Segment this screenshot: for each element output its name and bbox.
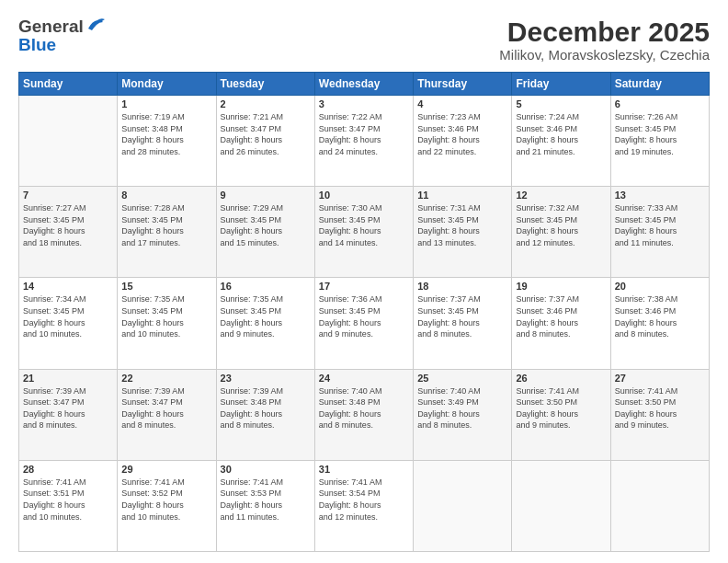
table-row: 11Sunrise: 7:31 AM Sunset: 3:45 PM Dayli… bbox=[414, 187, 512, 278]
day-info: Sunrise: 7:40 AM Sunset: 3:48 PM Dayligh… bbox=[319, 385, 409, 431]
day-info: Sunrise: 7:21 AM Sunset: 3:47 PM Dayligh… bbox=[221, 111, 311, 157]
day-number: 4 bbox=[417, 98, 507, 109]
day-number: 8 bbox=[121, 190, 211, 201]
day-number: 15 bbox=[121, 281, 211, 292]
day-number: 18 bbox=[417, 281, 507, 292]
table-row: 2Sunrise: 7:21 AM Sunset: 3:47 PM Daylig… bbox=[216, 96, 314, 187]
table-row: 10Sunrise: 7:30 AM Sunset: 3:45 PM Dayli… bbox=[314, 187, 413, 278]
day-info: Sunrise: 7:23 AM Sunset: 3:46 PM Dayligh… bbox=[417, 111, 507, 157]
table-row bbox=[512, 460, 610, 551]
day-number: 10 bbox=[319, 190, 409, 201]
day-number: 14 bbox=[23, 281, 113, 292]
day-info: Sunrise: 7:32 AM Sunset: 3:45 PM Dayligh… bbox=[516, 202, 606, 248]
day-info: Sunrise: 7:28 AM Sunset: 3:45 PM Dayligh… bbox=[121, 202, 211, 248]
day-info: Sunrise: 7:41 AM Sunset: 3:51 PM Dayligh… bbox=[23, 477, 113, 523]
day-number: 6 bbox=[615, 98, 705, 109]
title-block: December 2025 Milikov, Moravskoslezsky, … bbox=[499, 17, 710, 63]
day-number: 20 bbox=[615, 281, 705, 292]
table-row: 17Sunrise: 7:36 AM Sunset: 3:45 PM Dayli… bbox=[314, 278, 413, 369]
day-info: Sunrise: 7:24 AM Sunset: 3:46 PM Dayligh… bbox=[516, 111, 606, 157]
day-number: 24 bbox=[319, 373, 409, 384]
day-info: Sunrise: 7:39 AM Sunset: 3:47 PM Dayligh… bbox=[121, 385, 211, 431]
day-info: Sunrise: 7:35 AM Sunset: 3:45 PM Dayligh… bbox=[121, 293, 211, 339]
header-sunday: Sunday bbox=[19, 73, 118, 96]
day-number: 31 bbox=[319, 464, 409, 475]
table-row: 30Sunrise: 7:41 AM Sunset: 3:53 PM Dayli… bbox=[216, 460, 314, 551]
day-info: Sunrise: 7:41 AM Sunset: 3:50 PM Dayligh… bbox=[516, 385, 606, 431]
day-number: 21 bbox=[23, 373, 113, 384]
day-info: Sunrise: 7:31 AM Sunset: 3:45 PM Dayligh… bbox=[417, 202, 507, 248]
day-info: Sunrise: 7:41 AM Sunset: 3:52 PM Dayligh… bbox=[121, 477, 211, 523]
day-number: 30 bbox=[221, 464, 311, 475]
day-number: 5 bbox=[516, 98, 606, 109]
day-number: 7 bbox=[23, 190, 113, 201]
table-row: 7Sunrise: 7:27 AM Sunset: 3:45 PM Daylig… bbox=[19, 187, 118, 278]
day-number: 22 bbox=[121, 373, 211, 384]
table-row: 1Sunrise: 7:19 AM Sunset: 3:48 PM Daylig… bbox=[118, 96, 216, 187]
header: General Blue December 2025 Milikov, Mora… bbox=[18, 17, 710, 63]
day-number: 11 bbox=[417, 190, 507, 201]
day-number: 29 bbox=[121, 464, 211, 475]
day-number: 23 bbox=[221, 373, 311, 384]
day-info: Sunrise: 7:19 AM Sunset: 3:48 PM Dayligh… bbox=[121, 111, 211, 157]
day-number: 1 bbox=[121, 98, 211, 109]
day-number: 19 bbox=[516, 281, 606, 292]
table-row: 28Sunrise: 7:41 AM Sunset: 3:51 PM Dayli… bbox=[19, 460, 118, 551]
day-info: Sunrise: 7:41 AM Sunset: 3:50 PM Dayligh… bbox=[615, 385, 705, 431]
table-row: 15Sunrise: 7:35 AM Sunset: 3:45 PM Dayli… bbox=[118, 278, 216, 369]
table-row: 12Sunrise: 7:32 AM Sunset: 3:45 PM Dayli… bbox=[512, 187, 610, 278]
day-number: 26 bbox=[516, 373, 606, 384]
table-row: 25Sunrise: 7:40 AM Sunset: 3:49 PM Dayli… bbox=[414, 369, 512, 460]
header-saturday: Saturday bbox=[610, 73, 709, 96]
table-row: 31Sunrise: 7:41 AM Sunset: 3:54 PM Dayli… bbox=[314, 460, 413, 551]
day-info: Sunrise: 7:37 AM Sunset: 3:45 PM Dayligh… bbox=[417, 293, 507, 339]
calendar-week-row: 21Sunrise: 7:39 AM Sunset: 3:47 PM Dayli… bbox=[19, 369, 710, 460]
day-info: Sunrise: 7:34 AM Sunset: 3:45 PM Dayligh… bbox=[23, 293, 113, 339]
calendar-title: December 2025 bbox=[499, 17, 710, 47]
table-row: 16Sunrise: 7:35 AM Sunset: 3:45 PM Dayli… bbox=[216, 278, 314, 369]
table-row bbox=[19, 96, 118, 187]
calendar-week-row: 28Sunrise: 7:41 AM Sunset: 3:51 PM Dayli… bbox=[19, 460, 710, 551]
table-row: 6Sunrise: 7:26 AM Sunset: 3:45 PM Daylig… bbox=[610, 96, 709, 187]
calendar-week-row: 14Sunrise: 7:34 AM Sunset: 3:45 PM Dayli… bbox=[19, 278, 710, 369]
day-number: 13 bbox=[615, 190, 705, 201]
header-friday: Friday bbox=[512, 73, 610, 96]
table-row: 9Sunrise: 7:29 AM Sunset: 3:45 PM Daylig… bbox=[216, 187, 314, 278]
table-row: 21Sunrise: 7:39 AM Sunset: 3:47 PM Dayli… bbox=[19, 369, 118, 460]
day-info: Sunrise: 7:33 AM Sunset: 3:45 PM Dayligh… bbox=[615, 202, 705, 248]
header-wednesday: Wednesday bbox=[314, 73, 413, 96]
day-number: 9 bbox=[221, 190, 311, 201]
day-number: 2 bbox=[221, 98, 311, 109]
header-thursday: Thursday bbox=[414, 73, 512, 96]
day-info: Sunrise: 7:39 AM Sunset: 3:48 PM Dayligh… bbox=[221, 385, 311, 431]
day-info: Sunrise: 7:35 AM Sunset: 3:45 PM Dayligh… bbox=[221, 293, 311, 339]
logo-blue: Blue bbox=[18, 35, 56, 55]
day-info: Sunrise: 7:40 AM Sunset: 3:49 PM Dayligh… bbox=[417, 385, 507, 431]
day-number: 28 bbox=[23, 464, 113, 475]
table-row: 26Sunrise: 7:41 AM Sunset: 3:50 PM Dayli… bbox=[512, 369, 610, 460]
table-row: 29Sunrise: 7:41 AM Sunset: 3:52 PM Dayli… bbox=[118, 460, 216, 551]
day-info: Sunrise: 7:37 AM Sunset: 3:46 PM Dayligh… bbox=[516, 293, 606, 339]
day-info: Sunrise: 7:27 AM Sunset: 3:45 PM Dayligh… bbox=[23, 202, 113, 248]
day-info: Sunrise: 7:26 AM Sunset: 3:45 PM Dayligh… bbox=[615, 111, 705, 157]
weekday-header-row: Sunday Monday Tuesday Wednesday Thursday… bbox=[19, 73, 710, 96]
table-row: 3Sunrise: 7:22 AM Sunset: 3:47 PM Daylig… bbox=[314, 96, 413, 187]
table-row: 24Sunrise: 7:40 AM Sunset: 3:48 PM Dayli… bbox=[314, 369, 413, 460]
day-info: Sunrise: 7:41 AM Sunset: 3:53 PM Dayligh… bbox=[221, 477, 311, 523]
table-row: 22Sunrise: 7:39 AM Sunset: 3:47 PM Dayli… bbox=[118, 369, 216, 460]
day-number: 27 bbox=[615, 373, 705, 384]
day-info: Sunrise: 7:39 AM Sunset: 3:47 PM Dayligh… bbox=[23, 385, 113, 431]
day-number: 12 bbox=[516, 190, 606, 201]
calendar-subtitle: Milikov, Moravskoslezsky, Czechia bbox=[499, 47, 710, 63]
table-row: 19Sunrise: 7:37 AM Sunset: 3:46 PM Dayli… bbox=[512, 278, 610, 369]
logo-bird-icon bbox=[85, 17, 105, 32]
table-row: 20Sunrise: 7:38 AM Sunset: 3:46 PM Dayli… bbox=[610, 278, 709, 369]
header-monday: Monday bbox=[118, 73, 216, 96]
day-info: Sunrise: 7:38 AM Sunset: 3:46 PM Dayligh… bbox=[615, 293, 705, 339]
logo-general: General bbox=[18, 17, 84, 37]
table-row: 14Sunrise: 7:34 AM Sunset: 3:45 PM Dayli… bbox=[19, 278, 118, 369]
day-info: Sunrise: 7:22 AM Sunset: 3:47 PM Dayligh… bbox=[319, 111, 409, 157]
day-info: Sunrise: 7:41 AM Sunset: 3:54 PM Dayligh… bbox=[319, 477, 409, 523]
day-number: 17 bbox=[319, 281, 409, 292]
table-row: 4Sunrise: 7:23 AM Sunset: 3:46 PM Daylig… bbox=[414, 96, 512, 187]
